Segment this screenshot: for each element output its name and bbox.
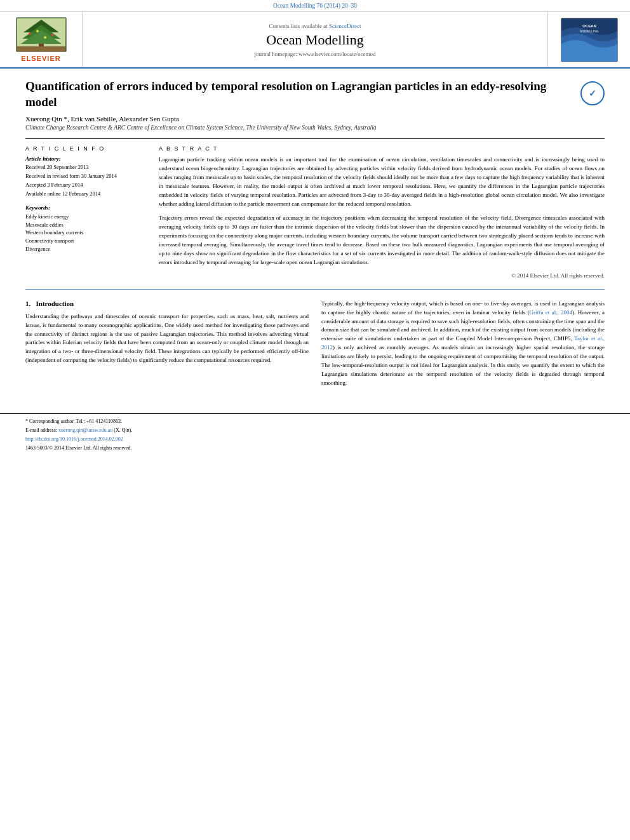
available-date: Available online 12 February 2014	[25, 190, 146, 198]
svg-point-9	[44, 36, 46, 39]
email-note: E-mail address: xuerong.qin@unsw.edu.au …	[25, 427, 605, 434]
introduction-section: 1. Introduction Understanding the pathwa…	[25, 300, 605, 393]
crossmark-icon: ✓	[589, 88, 596, 99]
article-title-text: Quantification of errors induced by temp…	[25, 79, 574, 110]
authors-text: Xuerong Qin *, Erik van Sebille, Alexand…	[25, 115, 179, 123]
affiliation-line: Climate Change Research Centre & ARC Cen…	[25, 124, 605, 131]
article-info-column: A R T I C L E I N F O Article history: R…	[25, 145, 146, 278]
svg-point-6	[29, 32, 31, 35]
taylor-citation[interactable]: Taylor et al., 2012	[321, 335, 605, 350]
keywords-label: Keywords:	[25, 204, 146, 211]
article-title-block: Quantification of errors induced by temp…	[25, 79, 605, 110]
elsevier-tree-image	[16, 17, 67, 52]
copyright-notice: 1463-5003/© 2014 Elsevier Ltd. All right…	[25, 444, 605, 452]
intro-left-column: 1. Introduction Understanding the pathwa…	[25, 300, 309, 393]
ocean-modelling-logo-area: OCEAN MODELLING	[547, 12, 630, 67]
abstract-header: A B S T R A C T	[159, 145, 605, 152]
corresponding-author-note: * Corresponding author. Tel.: +61 412411…	[25, 418, 605, 425]
title-divider	[25, 138, 605, 139]
journal-reference-bar: Ocean Modelling 76 (2014) 20–30	[0, 0, 630, 12]
intro-title: 1. Introduction	[25, 300, 309, 307]
keyword-5: Divergence	[25, 245, 146, 253]
abstract-paragraph-1: Lagrangian particle tracking within ocea…	[159, 156, 605, 209]
article-info-header: A R T I C L E I N F O	[25, 145, 146, 152]
journal-header: ELSEVIER Contents lists available at Sci…	[0, 12, 630, 69]
revised-date: Received in revised form 30 January 2014	[25, 173, 146, 180]
received-date: Received 20 September 2013	[25, 164, 146, 171]
svg-point-8	[36, 30, 39, 32]
keyword-4: Connectivity transport	[25, 237, 146, 245]
elsevier-logo-area: ELSEVIER	[0, 12, 83, 67]
doi-line: http://dx.doi.org/10.1016/j.ocemod.2014.…	[25, 436, 605, 443]
ocean-modelling-logo-svg: OCEAN MODELLING	[561, 18, 617, 62]
crossmark-badge: ✓	[580, 81, 605, 105]
history-label: Article history:	[25, 156, 146, 162]
science-direct-line: Contents lists available at ScienceDirec…	[269, 23, 361, 29]
intro-left-para-1: Understanding the pathways and timescale…	[25, 312, 309, 366]
author-email-link[interactable]: xuerong.qin@unsw.edu.au	[58, 427, 112, 433]
keywords-section: Keywords: Eddy kinetic energy Mesoscale …	[25, 204, 146, 253]
main-content-area: Quantification of errors induced by temp…	[0, 69, 630, 403]
intro-right-column: Typically, the high-frequency velocity o…	[321, 300, 605, 393]
info-abstract-columns: A R T I C L E I N F O Article history: R…	[25, 145, 605, 278]
science-direct-link[interactable]: ScienceDirect	[329, 23, 361, 29]
journal-main-title: Ocean Modelling	[266, 32, 363, 48]
abstract-copyright: © 2014 Elsevier Ltd. All rights reserved…	[159, 272, 605, 279]
abstract-paragraph-2: Trajectory errors reveal the expected de…	[159, 214, 605, 267]
svg-point-7	[51, 34, 54, 36]
elsevier-logo: ELSEVIER	[16, 17, 67, 62]
authors-line: Xuerong Qin *, Erik van Sebille, Alexand…	[25, 115, 605, 123]
keyword-2: Mesoscale eddies	[25, 221, 146, 229]
journal-header-center: Contents lists available at ScienceDirec…	[83, 12, 547, 67]
page-footer: * Corresponding author. Tel.: +61 412411…	[0, 413, 630, 452]
doi-link[interactable]: http://dx.doi.org/10.1016/j.ocemod.2014.…	[25, 436, 123, 442]
elsevier-brand-text: ELSEVIER	[21, 55, 60, 62]
intro-right-para-1: Typically, the high-frequency velocity o…	[321, 300, 605, 388]
svg-rect-5	[17, 46, 65, 51]
ocean-modelling-logo: OCEAN MODELLING	[561, 18, 618, 62]
journal-reference-text: Ocean Modelling 76 (2014) 20–30	[273, 3, 357, 9]
journal-homepage: journal homepage: www.elsevier.com/locat…	[255, 51, 376, 57]
keyword-1: Eddy kinetic energy	[25, 213, 146, 221]
accepted-date: Accepted 3 February 2014	[25, 182, 146, 189]
section-divider	[25, 289, 605, 290]
svg-text:OCEAN: OCEAN	[582, 24, 596, 28]
homepage-url[interactable]: www.elsevier.com/locate/ocemod	[298, 51, 375, 57]
svg-text:MODELLING: MODELLING	[580, 29, 599, 33]
abstract-column: A B S T R A C T Lagrangian particle trac…	[159, 145, 605, 278]
tree-svg	[17, 18, 65, 51]
griffa-citation[interactable]: Griffa et al., 2004	[530, 309, 572, 316]
keyword-3: Western boundary currents	[25, 229, 146, 237]
